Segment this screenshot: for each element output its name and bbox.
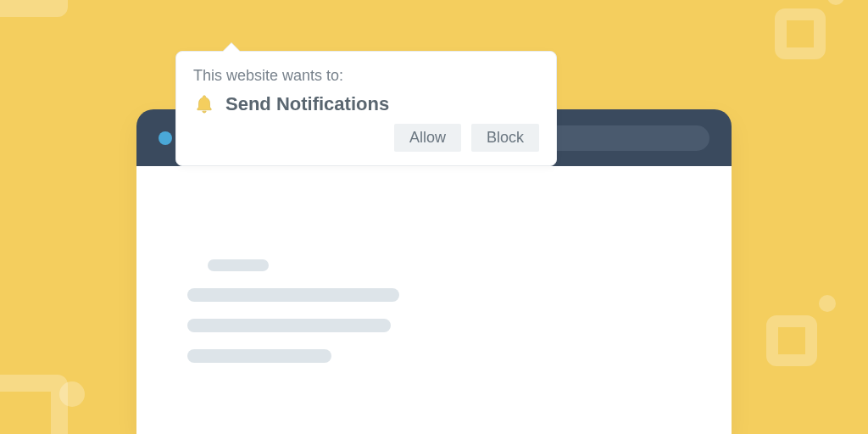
background-decoration: [0, 0, 51, 17]
popup-actions: Allow Block: [193, 124, 539, 152]
background-decoration: [0, 392, 51, 434]
skeleton-line: [187, 288, 399, 302]
bell-icon: [193, 93, 215, 115]
permission-popup: This website wants to: Send Notification…: [175, 51, 557, 166]
page-content: [136, 166, 732, 434]
window-control-close[interactable]: [159, 131, 172, 145]
background-decoration: [766, 298, 834, 366]
allow-button[interactable]: Allow: [394, 124, 461, 152]
skeleton-line: [187, 319, 391, 332]
background-decoration: [775, 0, 843, 59]
skeleton-line: [208, 259, 269, 271]
popup-heading: This website wants to:: [193, 67, 539, 85]
block-button[interactable]: Block: [471, 124, 539, 152]
popup-title: Send Notifications: [225, 93, 389, 115]
skeleton-line: [187, 349, 331, 363]
